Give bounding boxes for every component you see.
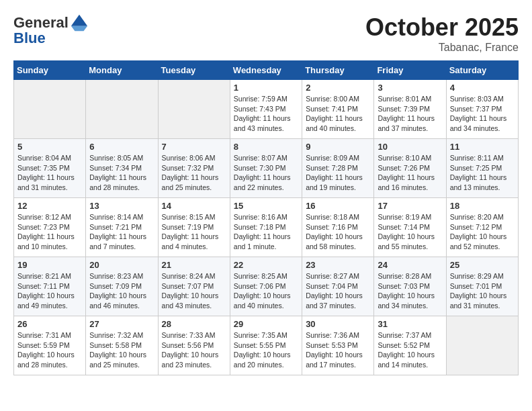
day-info: Sunrise: 8:24 AM Sunset: 7:07 PM Dayligh… [162,271,226,311]
day-number: 6 [89,142,154,152]
day-info: Sunrise: 8:28 AM Sunset: 7:03 PM Dayligh… [378,271,442,311]
calendar-cell: 25Sunrise: 8:29 AM Sunset: 7:01 PM Dayli… [446,257,518,316]
calendar-cell: 19Sunrise: 8:21 AM Sunset: 7:11 PM Dayli… [14,257,86,316]
calendar-cell: 18Sunrise: 8:20 AM Sunset: 7:12 PM Dayli… [446,198,518,257]
weekday-header: Tuesday [158,61,230,80]
day-info: Sunrise: 7:32 AM Sunset: 5:58 PM Dayligh… [89,330,154,370]
day-number: 8 [234,142,298,152]
calendar-cell: 11Sunrise: 8:11 AM Sunset: 7:25 PM Dayli… [446,139,518,198]
calendar-cell: 30Sunrise: 7:36 AM Sunset: 5:53 PM Dayli… [302,316,374,375]
day-info: Sunrise: 8:20 AM Sunset: 7:12 PM Dayligh… [450,212,515,252]
calendar-cell: 23Sunrise: 8:27 AM Sunset: 7:04 PM Dayli… [302,257,374,316]
day-info: Sunrise: 8:01 AM Sunset: 7:39 PM Dayligh… [378,94,442,134]
day-number: 31 [378,319,442,329]
calendar-cell: 14Sunrise: 8:15 AM Sunset: 7:19 PM Dayli… [158,198,230,257]
svg-marker-0 [71,15,87,26]
day-number: 7 [162,142,226,152]
weekday-header: Sunday [14,61,86,80]
day-info: Sunrise: 7:31 AM Sunset: 5:59 PM Dayligh… [17,330,82,370]
day-info: Sunrise: 8:12 AM Sunset: 7:23 PM Dayligh… [17,212,82,252]
calendar-table: SundayMondayTuesdayWednesdayThursdayFrid… [13,60,519,375]
day-number: 4 [450,83,515,93]
day-number: 14 [162,201,226,211]
weekday-header: Thursday [302,61,374,80]
calendar-cell: 4Sunrise: 8:03 AM Sunset: 7:37 PM Daylig… [446,80,518,139]
calendar-cell: 17Sunrise: 8:19 AM Sunset: 7:14 PM Dayli… [374,198,446,257]
day-info: Sunrise: 8:06 AM Sunset: 7:32 PM Dayligh… [162,153,226,193]
day-info: Sunrise: 7:37 AM Sunset: 5:52 PM Dayligh… [378,330,442,370]
weekday-header: Wednesday [230,61,302,80]
calendar-cell: 3Sunrise: 8:01 AM Sunset: 7:39 PM Daylig… [374,80,446,139]
day-number: 22 [234,260,298,270]
logo-icon [70,13,89,32]
calendar-cell: 24Sunrise: 8:28 AM Sunset: 7:03 PM Dayli… [374,257,446,316]
location: Tabanac, France [365,42,519,54]
calendar-cell: 5Sunrise: 8:04 AM Sunset: 7:35 PM Daylig… [14,139,86,198]
calendar-cell: 20Sunrise: 8:23 AM Sunset: 7:09 PM Dayli… [86,257,158,316]
day-number: 16 [306,201,370,211]
day-info: Sunrise: 8:19 AM Sunset: 7:14 PM Dayligh… [378,212,442,252]
day-info: Sunrise: 8:29 AM Sunset: 7:01 PM Dayligh… [450,271,515,311]
day-info: Sunrise: 8:05 AM Sunset: 7:34 PM Dayligh… [89,153,154,193]
day-number: 15 [234,201,298,211]
calendar-cell: 2Sunrise: 8:00 AM Sunset: 7:41 PM Daylig… [302,80,374,139]
calendar-cell: 31Sunrise: 7:37 AM Sunset: 5:52 PM Dayli… [374,316,446,375]
calendar-cell: 29Sunrise: 7:35 AM Sunset: 5:55 PM Dayli… [230,316,302,375]
day-info: Sunrise: 7:36 AM Sunset: 5:53 PM Dayligh… [306,330,370,370]
calendar-cell: 21Sunrise: 8:24 AM Sunset: 7:07 PM Dayli… [158,257,230,316]
day-info: Sunrise: 8:09 AM Sunset: 7:28 PM Dayligh… [306,153,370,193]
calendar-week-row: 12Sunrise: 8:12 AM Sunset: 7:23 PM Dayli… [14,198,519,257]
day-number: 29 [234,319,298,329]
day-number: 20 [89,260,154,270]
day-number: 10 [378,142,442,152]
calendar-week-row: 1Sunrise: 7:59 AM Sunset: 7:43 PM Daylig… [14,80,519,139]
day-number: 13 [89,201,154,211]
calendar-cell: 26Sunrise: 7:31 AM Sunset: 5:59 PM Dayli… [14,316,86,375]
day-info: Sunrise: 8:11 AM Sunset: 7:25 PM Dayligh… [450,153,515,193]
calendar-cell: 13Sunrise: 8:14 AM Sunset: 7:21 PM Dayli… [86,198,158,257]
calendar-cell: 22Sunrise: 8:25 AM Sunset: 7:06 PM Dayli… [230,257,302,316]
day-info: Sunrise: 7:33 AM Sunset: 5:56 PM Dayligh… [162,330,226,370]
day-info: Sunrise: 7:35 AM Sunset: 5:55 PM Dayligh… [234,330,298,370]
calendar-cell: 7Sunrise: 8:06 AM Sunset: 7:32 PM Daylig… [158,139,230,198]
day-info: Sunrise: 8:07 AM Sunset: 7:30 PM Dayligh… [234,153,298,193]
day-info: Sunrise: 8:23 AM Sunset: 7:09 PM Dayligh… [89,271,154,311]
weekday-header: Saturday [446,61,518,80]
calendar-week-row: 26Sunrise: 7:31 AM Sunset: 5:59 PM Dayli… [14,316,519,375]
page-header: General Blue October 2025 Tabanac, Franc… [13,13,519,54]
calendar-cell: 27Sunrise: 7:32 AM Sunset: 5:58 PM Dayli… [86,316,158,375]
calendar-cell [14,80,86,139]
svg-marker-1 [71,26,87,31]
day-number: 28 [162,319,226,329]
day-number: 5 [17,142,82,152]
day-info: Sunrise: 8:18 AM Sunset: 7:16 PM Dayligh… [306,212,370,252]
day-number: 23 [306,260,370,270]
day-info: Sunrise: 8:25 AM Sunset: 7:06 PM Dayligh… [234,271,298,311]
calendar-cell [86,80,158,139]
calendar-cell: 28Sunrise: 7:33 AM Sunset: 5:56 PM Dayli… [158,316,230,375]
day-number: 30 [306,319,370,329]
weekday-header: Monday [86,61,158,80]
day-number: 17 [378,201,442,211]
logo: General Blue [13,13,89,47]
day-number: 12 [17,201,82,211]
month-title: October 2025 [365,13,519,42]
day-info: Sunrise: 8:16 AM Sunset: 7:18 PM Dayligh… [234,212,298,252]
calendar-cell [158,80,230,139]
calendar-week-row: 5Sunrise: 8:04 AM Sunset: 7:35 PM Daylig… [14,139,519,198]
weekday-header-row: SundayMondayTuesdayWednesdayThursdayFrid… [14,61,519,80]
calendar-week-row: 19Sunrise: 8:21 AM Sunset: 7:11 PM Dayli… [14,257,519,316]
day-info: Sunrise: 8:15 AM Sunset: 7:19 PM Dayligh… [162,212,226,252]
day-number: 2 [306,83,370,93]
calendar-cell: 1Sunrise: 7:59 AM Sunset: 7:43 PM Daylig… [230,80,302,139]
day-number: 3 [378,83,442,93]
day-number: 19 [17,260,82,270]
title-block: October 2025 Tabanac, France [365,13,519,54]
calendar-cell: 9Sunrise: 8:09 AM Sunset: 7:28 PM Daylig… [302,139,374,198]
day-number: 9 [306,142,370,152]
calendar-cell: 6Sunrise: 8:05 AM Sunset: 7:34 PM Daylig… [86,139,158,198]
calendar-cell: 8Sunrise: 8:07 AM Sunset: 7:30 PM Daylig… [230,139,302,198]
day-info: Sunrise: 7:59 AM Sunset: 7:43 PM Dayligh… [234,94,298,134]
day-number: 21 [162,260,226,270]
calendar-cell: 10Sunrise: 8:10 AM Sunset: 7:26 PM Dayli… [374,139,446,198]
